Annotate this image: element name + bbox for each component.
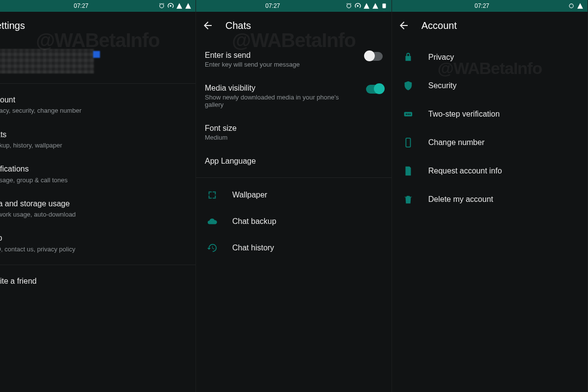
divider: [0, 265, 196, 265]
row-label: Request account info: [428, 167, 502, 175]
hotspot-icon: [354, 2, 361, 9]
setting-title: Font size: [205, 124, 383, 133]
profile-pixelated: [0, 49, 94, 74]
setting-sub: Enter key will send your message: [205, 61, 347, 68]
status-bar: 07:27: [196, 0, 392, 12]
row-label: Two-step verification: [428, 110, 500, 119]
row-label: Security: [428, 81, 457, 90]
back-arrow-icon: [398, 20, 410, 31]
hotspot-icon: [167, 2, 174, 9]
item-title: ta and storage usage: [0, 198, 191, 209]
setting-enter-is-send[interactable]: Enter is send Enter key will send your m…: [196, 43, 392, 76]
item-sub: ssage, group & call tones: [0, 176, 171, 185]
back-button[interactable]: [398, 20, 410, 31]
item-sub: vacy, security, change number: [0, 106, 171, 115]
chats-content: Enter is send Enter key will send your m…: [196, 39, 392, 392]
toggle-enter-is-send[interactable]: [366, 52, 383, 61]
status-time: 07:27: [4, 2, 158, 9]
item-title: tifications: [0, 164, 191, 174]
back-arrow-icon: [202, 20, 214, 31]
shield-icon: [403, 80, 414, 91]
svg-point-6: [409, 114, 411, 115]
svg-point-0: [170, 5, 172, 7]
signal2-icon: [372, 2, 379, 9]
profile-row[interactable]: [0, 43, 196, 79]
svg-point-4: [406, 114, 407, 115]
divider: [0, 83, 196, 84]
history-icon: [207, 243, 218, 253]
signal-icon: [363, 2, 370, 9]
account-screen: 07:27 Account @WABetaInfo Privacy Securi…: [392, 0, 588, 392]
status-icons: [158, 2, 192, 9]
item-sub: twork usage, auto-download: [0, 210, 171, 219]
status-time: 07:27: [396, 2, 568, 9]
settings-item-chats[interactable]: ats ckup, history, wallpaper: [0, 122, 196, 157]
pin-icon: [403, 109, 414, 120]
signal-icon: [577, 2, 584, 9]
settings-item-invite[interactable]: vite a friend: [0, 269, 196, 294]
row-chat-history[interactable]: Chat history: [196, 235, 392, 261]
row-label: Chat backup: [232, 217, 276, 226]
row-chat-backup[interactable]: Chat backup: [196, 208, 392, 235]
page-title: Chats: [225, 20, 251, 31]
row-label: Wallpaper: [232, 191, 267, 199]
document-icon: [403, 166, 414, 176]
setting-title: App Language: [205, 157, 383, 166]
svg-rect-7: [406, 138, 410, 147]
row-privacy[interactable]: Privacy: [392, 43, 588, 72]
row-wallpaper[interactable]: Wallpaper: [196, 182, 392, 208]
row-delete-account[interactable]: Delete my account: [392, 185, 588, 214]
lock-icon: [403, 52, 414, 63]
wallpaper-icon: [207, 190, 218, 200]
item-title: vite a friend: [0, 276, 191, 287]
appbar: ettings: [0, 12, 196, 39]
row-two-step[interactable]: Two-step verification: [392, 100, 588, 128]
chats-screen: 07:27 Chats @WABetaInfo Enter is send En…: [196, 0, 392, 392]
signal-icon: [176, 2, 183, 9]
row-label: Chat history: [232, 244, 274, 252]
setting-sub: Show newly downloaded media in your phon…: [205, 94, 347, 108]
item-title: ats: [0, 129, 191, 140]
settings-item-notifications[interactable]: tifications ssage, group & call tones: [0, 157, 196, 192]
alarm-icon: [568, 2, 575, 9]
item-sub: Q, contact us, privacy policy: [0, 245, 171, 254]
divider: [196, 177, 392, 178]
account-content: Privacy Security Two-step verification C…: [392, 39, 588, 392]
row-request-info[interactable]: Request account info: [392, 157, 588, 185]
toggle-media-visibility[interactable]: [366, 85, 383, 94]
row-security[interactable]: Security: [392, 72, 588, 100]
row-label: Change number: [428, 138, 485, 147]
alarm-icon: [345, 2, 352, 9]
setting-title: Media visibility: [205, 84, 383, 93]
settings-content: count vacy, security, change number ats …: [0, 39, 196, 392]
page-title: Account: [421, 20, 457, 31]
item-title: count: [0, 95, 191, 105]
status-bar: 07:27: [392, 0, 588, 12]
row-change-number[interactable]: Change number: [392, 128, 588, 157]
signal2-icon: [185, 2, 192, 9]
appbar: Chats: [196, 12, 392, 39]
svg-rect-2: [383, 3, 386, 8]
item-title: lp: [0, 233, 191, 244]
status-time: 07:27: [200, 2, 345, 9]
setting-font-size[interactable]: Font size Medium: [196, 116, 392, 149]
svg-point-5: [408, 114, 409, 115]
page-title: ettings: [0, 20, 25, 31]
settings-screen: 07:27 ettings @WABetaInfo count vacy, se…: [0, 0, 196, 392]
alarm-icon: [158, 2, 165, 9]
status-icons: [345, 2, 388, 9]
phone-icon: [403, 137, 414, 148]
setting-app-language[interactable]: App Language: [196, 149, 392, 173]
setting-title: Enter is send: [205, 51, 383, 60]
status-icons: [568, 2, 584, 9]
setting-media-visibility[interactable]: Media visibility Show newly downloaded m…: [196, 76, 392, 116]
cloud-icon: [207, 216, 218, 227]
trash-icon: [403, 194, 414, 205]
settings-item-help[interactable]: lp Q, contact us, privacy policy: [0, 226, 196, 261]
item-sub: ckup, history, wallpaper: [0, 141, 171, 150]
svg-point-1: [357, 5, 359, 7]
settings-item-account[interactable]: count vacy, security, change number: [0, 88, 196, 122]
settings-item-data[interactable]: ta and storage usage twork usage, auto-d…: [0, 192, 196, 226]
row-label: Privacy: [428, 53, 454, 62]
back-button[interactable]: [202, 20, 214, 31]
